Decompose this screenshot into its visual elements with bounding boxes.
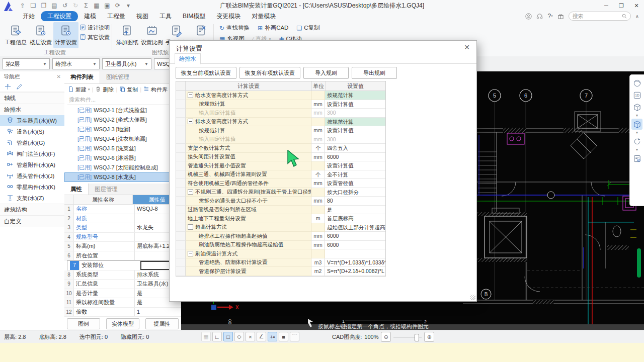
row-handle[interactable] — [176, 91, 186, 100]
open-folder-icon[interactable]: ❐ — [40, 1, 47, 10]
setting-value[interactable]: 设置计算值 — [325, 126, 385, 135]
sidebar-item-7[interactable]: 零星构件(水)(K) — [0, 182, 64, 193]
setting-value[interactable]: 300 — [325, 135, 385, 144]
cube-2d-icon[interactable] — [631, 102, 642, 113]
component-list-item-8[interactable]: [已用]WSQJ-8 [水龙头] — [64, 172, 181, 182]
ribbon-button-2-group1[interactable]: 楼层设置 — [28, 22, 53, 48]
dialog-close-icon[interactable]: ✕ — [462, 43, 471, 51]
view-cube-icon[interactable]: ◇ — [234, 332, 244, 341]
setting-value[interactable]: 起始值以上部分计算超高 — [325, 223, 385, 232]
setting-value[interactable]: 6000 — [325, 153, 385, 162]
select-box-icon[interactable]: □ — [223, 332, 233, 341]
setting-value[interactable]: 6000 — [325, 241, 385, 250]
setting-value[interactable]: 按大口径拆分 — [325, 188, 385, 197]
setting-value[interactable]: 按规范计算 — [325, 91, 385, 100]
component-list-item-7[interactable]: [已用]WSQJ-7 [太阳能控制总成] — [64, 163, 181, 172]
component-list-item-4[interactable]: [已用]WSQJ-4 [洗衣机地漏] — [64, 134, 181, 144]
copy-component-button[interactable]: 复制 — [119, 86, 138, 94]
row-handle[interactable] — [176, 109, 186, 118]
arc-icon[interactable]: ⌒ — [290, 332, 299, 341]
import-rules-button[interactable]: 导入规则 — [303, 67, 349, 79]
row-handle[interactable] — [176, 126, 186, 135]
undo-icon[interactable]: ↺ — [61, 1, 68, 10]
ribbon-collapse-icon[interactable]: ∧ — [635, 14, 639, 19]
dialog-resize-grip[interactable] — [470, 295, 475, 300]
new-component-button[interactable]: 新建▾ — [68, 86, 90, 94]
legend-button[interactable]: 图例 — [67, 318, 100, 329]
component-library-button[interactable]: 构件库 — [143, 86, 168, 94]
ribbon-small-button-1[interactable]: 设计说明 — [79, 24, 110, 32]
setting-value[interactable]: V=π*(D+1.033δ)*1.033δ*L — [325, 258, 385, 267]
row-handle[interactable] — [176, 161, 186, 170]
search-input[interactable]: 搜索 — [569, 12, 631, 21]
menu-tab-9[interactable]: 对量模块 — [247, 12, 281, 21]
rotate-view-icon[interactable] — [631, 136, 642, 147]
menu-tab-6[interactable]: 工具 — [154, 12, 177, 21]
menu-tab-4[interactable]: 工程量 — [102, 12, 130, 21]
sidebar-item-2[interactable]: 设备(水)(S) — [0, 126, 64, 137]
nav-section-water[interactable]: 给排水 — [0, 104, 64, 115]
menu-tab-1[interactable]: 开始 — [18, 12, 40, 21]
sync-icon[interactable]: ⟳ — [114, 1, 121, 10]
component-list-item-1[interactable]: [已用]WSQJ-1 [台式洗脸盆] — [64, 106, 181, 115]
nav-section-structure[interactable]: 建筑结构 — [0, 204, 64, 215]
delete-component-button[interactable]: 删除 — [95, 86, 114, 94]
collapse-icon[interactable] — [188, 251, 193, 256]
ribbon-button-2-group2[interactable]: 设置比例 — [139, 22, 165, 48]
dialog-tab-water[interactable]: 给排水 — [175, 53, 201, 64]
menu-tab-2[interactable]: 工程设置 — [41, 11, 78, 22]
setting-value[interactable]: 设置计算值 — [325, 100, 385, 109]
sidebar-item-6[interactable]: 通头管件(水)(J) — [0, 170, 64, 182]
row-handle[interactable] — [176, 135, 186, 144]
setting-value[interactable]: 6000 — [325, 232, 385, 241]
collapse-icon[interactable] — [188, 224, 193, 230]
redo-icon[interactable]: ↻ — [72, 1, 79, 10]
ribbon-button-1-group1[interactable]: 工程信息 — [3, 22, 28, 48]
setting-value[interactable]: 全不计算 — [325, 170, 385, 179]
brightness-slider-thumb[interactable] — [415, 334, 419, 341]
user-icon[interactable] — [525, 13, 532, 20]
solid-model-button[interactable]: 实体模型 — [106, 318, 139, 329]
row-handle[interactable] — [176, 258, 186, 267]
ribbon-edit-row1-3[interactable]: ❏C复制 — [296, 24, 319, 32]
row-handle[interactable] — [176, 197, 186, 206]
component-list-item-2[interactable]: [已用]WSQJ-2 [坐式大便器] — [64, 115, 181, 125]
view-box-icon[interactable]: ▣ — [104, 1, 111, 10]
cube-3d-icon[interactable] — [631, 119, 642, 130]
row-handle[interactable] — [176, 170, 186, 179]
sidebar-item-3[interactable]: 管道(水)(G) — [0, 137, 64, 148]
extract-properties-button[interactable]: 提属性 — [145, 318, 179, 329]
tab-properties[interactable]: 属性 — [64, 184, 89, 195]
row-handle[interactable] — [176, 188, 186, 197]
setting-value[interactable]: 四舍五入 — [325, 144, 385, 153]
axis-tool-icon[interactable] — [5, 83, 11, 90]
panel-close-icon[interactable]: ✕ — [57, 74, 61, 79]
close-button[interactable]: ✕ — [629, 1, 644, 11]
setting-value[interactable]: 设置计算值 — [325, 161, 385, 170]
brightness-plus-button[interactable]: ⊕ — [424, 332, 434, 342]
restore-all-defaults-button[interactable]: 恢复所有项默认设置 — [239, 67, 300, 79]
import-icon[interactable]: ⇪ — [19, 1, 26, 10]
setting-value[interactable]: 按规范计算 — [325, 118, 385, 127]
sidebar-item-4[interactable]: 阀门法兰(水)(F) — [0, 148, 64, 159]
ribbon-small-button-2[interactable]: 其它设置 — [79, 34, 110, 41]
setting-value[interactable] — [325, 249, 385, 258]
ribbon-edit-row1-2[interactable]: ⊞补画CAD — [258, 24, 288, 32]
row-handle[interactable] — [176, 267, 186, 276]
id-view-icon[interactable]: 1D — [631, 89, 642, 101]
ribbon-button-3-group1[interactable]: 计算设置 — [53, 22, 78, 48]
setting-value[interactable]: 设置管径值 — [325, 179, 385, 188]
row-handle[interactable] — [176, 179, 186, 188]
row-handle[interactable] — [176, 144, 186, 153]
nav-section-axis[interactable]: 轴线 — [0, 92, 64, 104]
row-handle[interactable] — [176, 100, 186, 109]
block-icon[interactable]: ■ — [279, 332, 288, 341]
chevron-down-icon[interactable]: ▼ — [635, 148, 639, 152]
brightness-slider[interactable] — [393, 337, 422, 337]
row-handle[interactable] — [176, 118, 186, 127]
chevron-down-icon[interactable]: ▼ — [635, 131, 639, 135]
orbit-view-icon[interactable] — [631, 77, 642, 88]
row-handle[interactable] — [176, 223, 186, 232]
component-list-item-3[interactable]: [已用]WSQJ-3 [地漏] — [64, 125, 181, 134]
ortho-icon[interactable]: ∟ — [212, 332, 222, 341]
